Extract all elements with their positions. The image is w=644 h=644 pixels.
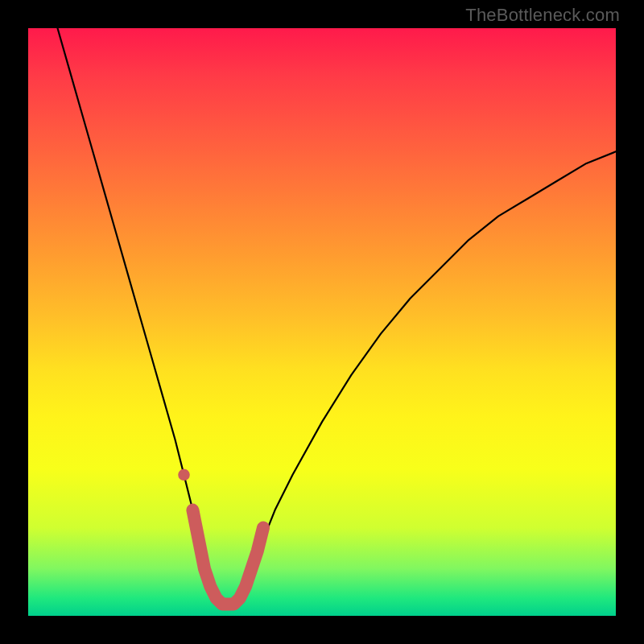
bottleneck-curve — [58, 28, 617, 604]
highlight-trough — [192, 510, 263, 605]
attribution-label: TheBottleneck.com — [465, 5, 620, 26]
curve-layer — [28, 28, 616, 616]
highlight-start-dot — [178, 469, 190, 481]
chart-frame: TheBottleneck.com — [0, 0, 644, 644]
